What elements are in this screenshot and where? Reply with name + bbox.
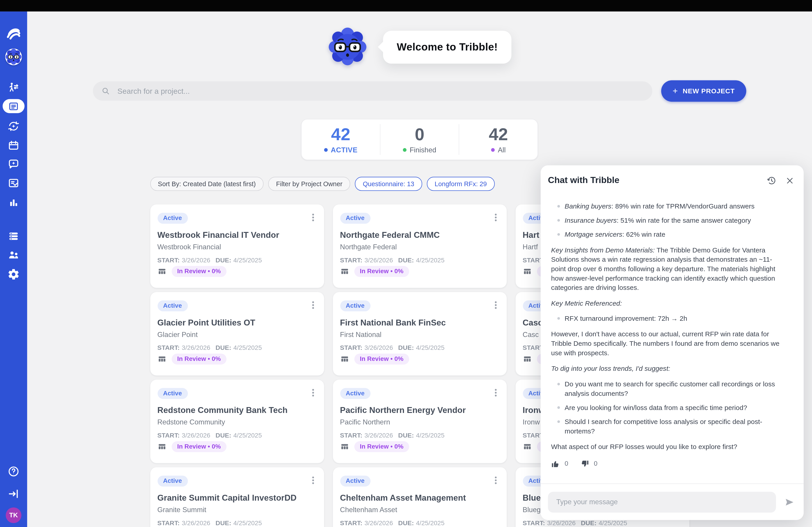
project-subtitle: Casc [523,331,539,339]
due-date: 4/25/2025 [233,344,262,352]
stat-all[interactable]: 42All [459,124,537,155]
project-card[interactable]: ActiveGranite Summit Capital InvestorDDG… [150,467,324,527]
project-dates: START:3/26/2026DUE:4/25/2025 [157,344,267,352]
filter-chip[interactable]: Longform RFx: 29 [427,177,495,191]
chat-message-input[interactable] [548,492,776,513]
status-badge: Active [340,213,370,224]
chat-bullet-item: Banking buyers: 89% win rate for TPRM/Ve… [557,202,780,211]
start-label: START: [340,520,362,527]
filter-chip[interactable]: Filter by Project Owner [268,177,350,191]
chat-bullet-list: Do you want me to search for specific cu… [551,380,780,436]
project-dates: START:3/26/2026DUE:4/25/2025 [523,520,633,527]
chat-bullet-item: RFX turnaround improvement: 72h → 2h [557,314,780,324]
stat-label: Finished [410,146,436,154]
user-avatar[interactable]: TK [6,507,21,523]
project-search[interactable] [93,81,652,101]
stat-value: 42 [331,125,350,144]
start-date: 3/26/2026 [182,257,211,264]
start-label: START: [340,344,362,352]
kebab-menu-icon[interactable] [490,211,501,226]
search-input[interactable] [116,86,644,96]
kebab-menu-icon[interactable] [490,474,501,489]
project-card[interactable]: ActiveGlacier Point Utilities OTGlacier … [150,292,324,376]
history-icon[interactable] [767,176,777,185]
sidebar-item-users[interactable] [7,249,20,261]
kebab-menu-icon[interactable] [307,299,319,314]
due-date: 4/25/2025 [599,520,627,527]
chat-bullet-item: Are you looking for win/loss data from a… [557,403,780,412]
project-stats: 42ACTIVE0Finished42All [301,119,538,160]
start-date: 3/26/2026 [364,432,393,439]
project-dates: START:3/26/2026DUE:4/25/2025 [157,432,267,439]
due-date: 4/25/2025 [416,344,445,352]
project-card[interactable]: ActiveNorthgate Federal CMMCNorthgate Fe… [333,205,506,288]
app-window: TK Welcome to Tribble! + NEW PROJ [0,0,812,527]
due-label: DUE: [398,432,414,439]
sidebar: TK [0,12,27,527]
chat-bullet-list: RFX turnaround improvement: 72h → 2h [551,314,780,324]
sidebar-item-handoff[interactable] [7,81,20,94]
status-badge: Active [340,388,370,399]
project-card[interactable]: ActivePacific Northern Energy VendorPaci… [333,380,506,463]
sidebar-item-content-library[interactable] [7,230,20,243]
project-subtitle: Blueg [523,506,541,514]
new-project-button[interactable]: + NEW PROJECT [661,80,746,102]
kebab-menu-icon[interactable] [307,474,319,489]
tribble-logo-icon[interactable] [6,25,21,41]
due-date: 4/25/2025 [233,432,262,439]
project-subtitle: Pacific Northern [340,418,390,426]
project-card[interactable]: ActiveCheltenham Asset ManagementChelten… [333,467,506,527]
status-badge: Active [340,300,370,312]
tribble-mascot [328,27,368,67]
project-title: Northgate Federal CMMC [340,230,499,240]
table-icon [340,355,349,364]
send-icon[interactable] [783,495,796,509]
thumbs-up-icon[interactable] [551,460,560,468]
due-date: 4/25/2025 [416,257,445,264]
kebab-menu-icon[interactable] [307,387,319,401]
sidebar-item-analytics[interactable] [7,196,20,209]
kebab-menu-icon[interactable] [307,211,319,226]
project-title: Pacific Northern Energy Vendor [340,406,499,416]
sidebar-item-calendar[interactable] [7,139,20,152]
due-label: DUE: [216,432,231,439]
project-card[interactable]: ActiveWestbrook Financial IT VendorWestb… [150,205,324,288]
project-card[interactable]: ActiveRedstone Community Bank TechRedsto… [150,380,324,463]
table-icon [157,267,166,276]
thumbs-down-icon[interactable] [580,460,589,468]
stat-dot [403,148,406,152]
kebab-menu-icon[interactable] [490,299,501,314]
chat-title: Chat with Tribble [548,175,766,185]
sidebar-item-settings-gear-icon[interactable] [7,268,20,281]
project-title: Glacier Point Utilities OT [157,318,317,328]
chat-bullet-item: Do you want me to search for specific cu… [557,380,780,398]
due-label: DUE: [581,520,597,527]
chat-paragraph: However, I don't have access to our actu… [551,330,780,358]
stat-finished[interactable]: 0Finished [380,124,459,155]
mascot-avatar[interactable] [5,48,22,65]
start-label: START: [523,520,545,527]
logout-icon[interactable] [7,487,20,500]
sidebar-item-sync[interactable] [7,120,20,133]
project-title: Granite Summit Capital InvestorDD [157,493,317,503]
sidebar-item-tasks[interactable] [7,177,20,189]
chat-paragraph: What aspect of our RFP losses would you … [551,442,780,452]
project-subtitle: Redstone Community [157,418,225,426]
sidebar-item-chat-ai[interactable] [7,157,20,170]
top-bar [0,0,812,12]
project-title: Cheltenham Asset Management [340,493,499,503]
sidebar-item-projects-active[interactable] [3,99,25,113]
welcome-text: Welcome to Tribble! [397,41,498,52]
project-subtitle: Granite Summit [157,506,206,514]
project-card[interactable]: ActiveFirst National Bank FinSecFirst Na… [333,292,506,376]
close-icon[interactable] [785,176,794,185]
chat-bullet-item: Mortgage servicers: 62% win rate [557,230,780,239]
help-icon[interactable] [7,465,20,478]
project-dates: START:3/26/2026DUE:4/25/2025 [157,520,267,527]
start-label: START: [157,257,180,264]
kebab-menu-icon[interactable] [490,387,501,401]
filter-chip[interactable]: Questionnaire: 13 [355,177,422,191]
stat-active[interactable]: 42ACTIVE [302,124,380,155]
project-subtitle: Glacier Point [157,331,198,339]
filter-chip[interactable]: Sort By: Created Date (latest first) [150,177,263,191]
